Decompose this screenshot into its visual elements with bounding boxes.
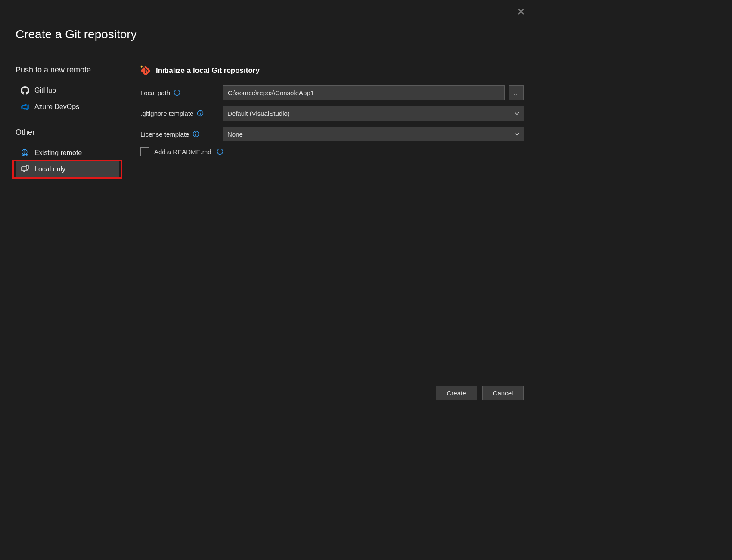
sidebar-item-label: Local only bbox=[34, 165, 65, 173]
cancel-button[interactable]: Cancel bbox=[482, 386, 524, 400]
local-computer-icon bbox=[21, 165, 29, 174]
git-init-icon bbox=[140, 65, 151, 76]
svg-rect-9 bbox=[26, 165, 28, 169]
highlight-annotation: Local only bbox=[14, 161, 121, 177]
sidebar-item-label: Azure DevOps bbox=[34, 103, 79, 111]
license-dropdown[interactable]: None bbox=[223, 127, 524, 141]
sidebar-item-azure-devops[interactable]: Azure DevOps bbox=[16, 99, 119, 115]
svg-point-21 bbox=[220, 150, 220, 151]
info-icon[interactable] bbox=[197, 110, 204, 117]
sidebar-item-label: GitHub bbox=[34, 87, 56, 94]
svg-line-5 bbox=[24, 155, 26, 155]
svg-point-18 bbox=[195, 132, 196, 133]
local-path-input[interactable] bbox=[223, 85, 505, 100]
info-icon[interactable] bbox=[192, 131, 199, 137]
dialog-footer: Create Cancel bbox=[436, 386, 524, 400]
github-icon bbox=[21, 86, 29, 95]
info-icon[interactable] bbox=[217, 148, 223, 155]
sidebar-item-local-only[interactable]: Local only bbox=[16, 161, 119, 177]
svg-point-3 bbox=[26, 154, 28, 156]
close-button[interactable] bbox=[516, 7, 526, 17]
svg-point-12 bbox=[177, 91, 177, 92]
close-icon bbox=[518, 9, 524, 16]
sidebar-section-other: Other bbox=[16, 128, 119, 137]
gitignore-dropdown[interactable]: Default (VisualStudio) bbox=[223, 106, 524, 121]
chevron-down-icon bbox=[515, 131, 519, 138]
sidebar: Push to a new remote GitHub Azure DevOps bbox=[16, 65, 119, 400]
sidebar-item-github[interactable]: GitHub bbox=[16, 82, 119, 99]
local-path-label: Local path bbox=[140, 89, 170, 96]
svg-point-15 bbox=[200, 112, 201, 112]
globe-link-icon bbox=[21, 149, 29, 157]
chevron-down-icon bbox=[515, 110, 519, 117]
dropdown-value: Default (VisualStudio) bbox=[227, 110, 290, 117]
dropdown-value: None bbox=[227, 131, 243, 138]
browse-button[interactable]: ... bbox=[509, 85, 524, 100]
license-label: License template bbox=[140, 131, 189, 138]
main-panel: Initialize a local Git repository Local … bbox=[140, 65, 524, 400]
create-button[interactable]: Create bbox=[436, 386, 477, 400]
readme-label: Add a README.md bbox=[154, 148, 211, 156]
dialog-title: Create a Git repository bbox=[16, 28, 524, 41]
create-git-repo-dialog: Create a Git repository Push to a new re… bbox=[0, 0, 536, 410]
sidebar-item-existing-remote[interactable]: Existing remote bbox=[16, 145, 119, 161]
readme-checkbox[interactable] bbox=[140, 147, 149, 156]
info-icon[interactable] bbox=[174, 89, 180, 96]
sidebar-section-push: Push to a new remote bbox=[16, 65, 119, 75]
gitignore-label: .gitignore template bbox=[140, 110, 193, 117]
section-heading: Initialize a local Git repository bbox=[156, 66, 260, 75]
sidebar-item-label: Existing remote bbox=[34, 149, 82, 157]
azure-devops-icon bbox=[21, 103, 29, 111]
svg-point-4 bbox=[22, 154, 24, 156]
